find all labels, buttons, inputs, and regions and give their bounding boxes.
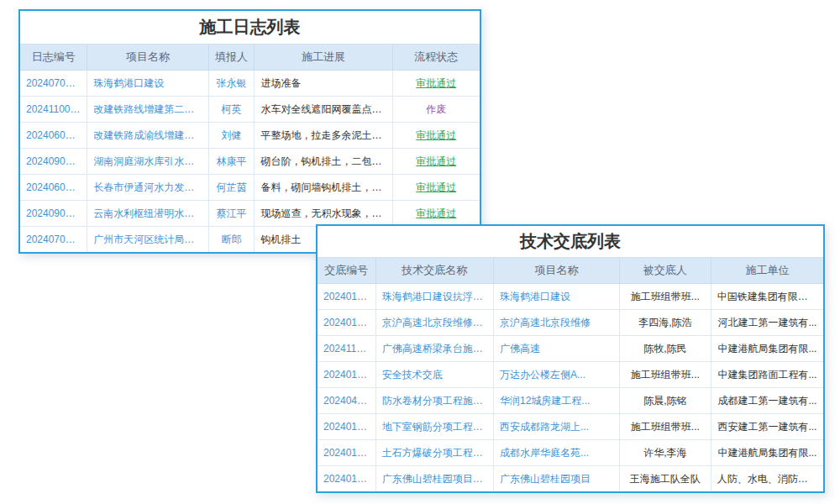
disc-id-link[interactable]: 2024010001 — [318, 466, 375, 492]
construction-log-table: 日志编号 项目名称 填报人 施工进展 流程状态 2024070011 珠海鹤港口… — [20, 45, 480, 252]
disc-name-link[interactable]: 安全技术交底 — [375, 362, 493, 388]
log-progress-text: 进场准备 — [255, 71, 392, 97]
log-status-badge[interactable]: 审批通过 — [392, 175, 480, 201]
log-id-link[interactable]: 2024090009 — [20, 149, 87, 175]
log-header-row: 日志编号 项目名称 填报人 施工进展 流程状态 — [20, 45, 480, 71]
log-project-link[interactable]: 长春市伊通河水力发电厂... — [87, 175, 208, 201]
table-row: 2024070011 珠海鹤港口建设 张永银 进场准备 审批通过 — [20, 71, 480, 97]
log-reporter-link[interactable]: 断郎 — [208, 227, 255, 253]
disc-col-header-project: 项目名称 — [493, 258, 619, 284]
disc-unit-text: 中建港航局集团有限... — [711, 336, 823, 362]
disc-receiver-text: 陈牧,陈民 — [619, 336, 711, 362]
disc-unit-text: 中建集团路面工程有... — [711, 362, 823, 388]
log-project-link[interactable]: 珠海鹤港口建设 — [87, 71, 208, 97]
log-id-link[interactable]: 2024090009 — [20, 201, 87, 227]
disc-project-link[interactable]: 广佛高速 — [493, 336, 619, 362]
log-status-badge[interactable]: 审批通过 — [392, 149, 480, 175]
log-id-link[interactable]: 2024070011 — [20, 71, 87, 97]
log-id-link[interactable]: 2024060005 — [20, 175, 87, 201]
disclosure-header-row: 交底编号 技术交底名称 项目名称 被交底人 施工单位 — [318, 258, 823, 284]
disc-id-link[interactable]: 2024040001 — [318, 388, 375, 414]
disc-name-link[interactable]: 地下室钢筋分项工程施工... — [375, 414, 493, 440]
disc-unit-text: 西安建工第一建筑有... — [711, 414, 823, 440]
disc-unit-text: 中国铁建集团有限公司 — [711, 284, 823, 310]
disc-unit-text: 河北建工第一建筑有... — [711, 310, 823, 336]
disc-id-link[interactable]: 2024010002 — [318, 440, 375, 466]
log-status-badge[interactable]: 审批通过 — [392, 71, 480, 97]
disc-col-header-name: 技术交底名称 — [375, 258, 493, 284]
disc-id-link[interactable]: 2024010003 — [318, 362, 375, 388]
disc-id-link[interactable]: 2024110001 — [318, 336, 375, 362]
table-row: 2024010004 京沪高速北京段维修桩帽... 京沪高速北京段维修 李四海,… — [318, 310, 823, 336]
disc-project-link[interactable]: 京沪高速北京段维修 — [493, 310, 619, 336]
log-col-header-project: 项目名称 — [87, 45, 208, 71]
disc-name-link[interactable]: 广东佛山碧桂园项目人防... — [375, 466, 493, 492]
log-reporter-link[interactable]: 张永银 — [208, 71, 255, 97]
disc-project-link[interactable]: 成都水岸华庭名苑... — [493, 440, 619, 466]
log-reporter-link[interactable]: 林康平 — [208, 149, 255, 175]
tech-disclosure-title: 技术交底列表 — [318, 226, 823, 258]
disc-receiver-text: 许华,李海 — [619, 440, 711, 466]
disc-id-link[interactable]: 2024010002 — [318, 414, 375, 440]
table-row: 2024090009 云南水利枢纽潜明水库一... 蔡江平 现场巡查，无积水现象… — [20, 201, 480, 227]
disc-receiver-text: 施工班组带班... — [619, 362, 711, 388]
log-id-link[interactable]: 2024110002 — [20, 97, 87, 123]
table-row: 2024060006 改建铁路成渝线增建第二... 刘健 平整场地，拉走多余泥土… — [20, 123, 480, 149]
disc-receiver-text: 施工班组带班... — [619, 414, 711, 440]
disc-receiver-text: 王海施工队全队 — [619, 466, 711, 492]
log-project-link[interactable]: 云南水利枢纽潜明水库一... — [87, 201, 208, 227]
tech-disclosure-table-card: 技术交底列表 交底编号 技术交底名称 项目名称 被交底人 施工单位 202401… — [316, 224, 825, 493]
table-row: 2024090009 湖南洞庭湖水库引水工程... 林康平 砌台阶，钩机排土，二… — [20, 149, 480, 175]
disc-name-link[interactable]: 土石方爆破分项工程施工... — [375, 440, 493, 466]
disc-project-link[interactable]: 华润12城房建工程... — [493, 388, 619, 414]
table-row: 2024010003 珠海鹤港口建设抗浮锚杆... 珠海鹤港口建设 施工班组带班… — [318, 284, 823, 310]
disc-receiver-text: 陈晨,陈铭 — [619, 388, 711, 414]
log-id-link[interactable]: 2024060006 — [20, 123, 87, 149]
disc-receiver-text: 施工班组带班... — [619, 284, 711, 310]
log-reporter-link[interactable]: 柯英 — [208, 97, 255, 123]
log-progress-text: 砌台阶，钩机排土，二包砌... — [255, 149, 392, 175]
disc-col-header-id: 交底编号 — [318, 258, 375, 284]
log-col-header-id: 日志编号 — [20, 45, 87, 71]
tech-disclosure-table: 交底编号 技术交底名称 项目名称 被交底人 施工单位 2024010003 珠海… — [318, 258, 823, 491]
log-progress-text: 现场巡查，无积水现象，水... — [255, 201, 392, 227]
log-progress-text: 备料，砌间墙钩机排土，瓦... — [255, 175, 392, 201]
log-project-link[interactable]: 改建铁路成渝线增建第二... — [87, 123, 208, 149]
log-project-link[interactable]: 广州市天河区统计局机房... — [87, 227, 208, 253]
log-col-header-reporter: 填报人 — [208, 45, 255, 71]
log-reporter-link[interactable]: 刘健 — [208, 123, 255, 149]
disc-unit-text: 成都建工第一建筑有... — [711, 388, 823, 414]
log-status-badge: 作废 — [392, 97, 480, 123]
disc-col-header-unit: 施工单位 — [711, 258, 823, 284]
disc-name-link[interactable]: 广佛高速桥梁承台施工技... — [375, 336, 493, 362]
table-row: 2024040001 防水卷材分项工程施工技... 华润12城房建工程... 陈… — [318, 388, 823, 414]
log-id-link[interactable]: 2024070011 — [20, 227, 87, 253]
table-row: 2024060005 长春市伊通河水力发电厂... 何芷茵 备料，砌间墙钩机排土… — [20, 175, 480, 201]
disc-col-header-receiver: 被交底人 — [619, 258, 711, 284]
log-progress-text: 平整场地，拉走多余泥土15... — [255, 123, 392, 149]
log-reporter-link[interactable]: 蔡江平 — [208, 201, 255, 227]
log-project-link[interactable]: 改建铁路线增建第二线直... — [87, 97, 208, 123]
construction-log-title: 施工日志列表 — [20, 11, 480, 45]
log-progress-text: 水车对全线遮阳网覆盖点进... — [255, 97, 392, 123]
disc-id-link[interactable]: 2024010004 — [318, 310, 375, 336]
table-row: 2024110002 改建铁路线增建第二线直... 柯英 水车对全线遮阳网覆盖点… — [20, 97, 480, 123]
disc-project-link[interactable]: 珠海鹤港口建设 — [493, 284, 619, 310]
disc-name-link[interactable]: 防水卷材分项工程施工技... — [375, 388, 493, 414]
table-row: 2024010002 土石方爆破分项工程施工... 成都水岸华庭名苑... 许华… — [318, 440, 823, 466]
log-col-header-progress: 施工进展 — [255, 45, 392, 71]
disc-name-link[interactable]: 珠海鹤港口建设抗浮锚杆... — [375, 284, 493, 310]
log-status-badge[interactable]: 审批通过 — [392, 201, 480, 227]
log-col-header-status: 流程状态 — [392, 45, 480, 71]
log-status-badge[interactable]: 审批通过 — [392, 123, 480, 149]
disc-project-link[interactable]: 万达办公楼左侧A... — [493, 362, 619, 388]
construction-log-table-card: 施工日志列表 日志编号 项目名称 填报人 施工进展 流程状态 202407001… — [18, 9, 481, 254]
disc-project-link[interactable]: 西安成都路龙湖上... — [493, 414, 619, 440]
disc-receiver-text: 李四海,陈浩 — [619, 310, 711, 336]
disc-name-link[interactable]: 京沪高速北京段维修桩帽... — [375, 310, 493, 336]
disc-project-link[interactable]: 广东佛山碧桂园项目 — [493, 466, 619, 492]
table-row: 2024110001 广佛高速桥梁承台施工技... 广佛高速 陈牧,陈民 中建港… — [318, 336, 823, 362]
log-project-link[interactable]: 湖南洞庭湖水库引水工程... — [87, 149, 208, 175]
log-reporter-link[interactable]: 何芷茵 — [208, 175, 255, 201]
disc-id-link[interactable]: 2024010003 — [318, 284, 375, 310]
